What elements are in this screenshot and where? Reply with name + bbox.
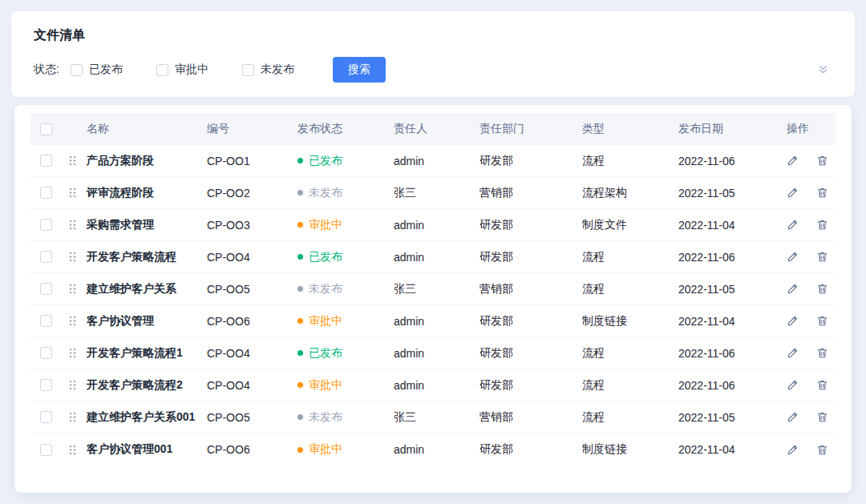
row-department: 研发部 xyxy=(476,154,579,168)
drag-handle-icon[interactable] xyxy=(69,220,76,230)
select-all-checkbox[interactable] xyxy=(40,123,52,135)
row-name: 开发客户策略流程1 xyxy=(83,346,204,361)
col-header-status: 发布状态 xyxy=(294,122,391,136)
row-code: CP-OO5 xyxy=(204,411,294,424)
delete-icon[interactable] xyxy=(816,411,828,423)
filter-option-published[interactable]: 已发布 xyxy=(71,62,123,77)
drag-handle-icon[interactable] xyxy=(69,412,76,422)
filter-option-approving[interactable]: 审批中 xyxy=(156,62,208,77)
row-owner: 张三 xyxy=(391,282,476,296)
delete-icon[interactable] xyxy=(816,187,828,199)
delete-icon[interactable] xyxy=(816,155,828,167)
double-chevron-down-icon[interactable] xyxy=(814,61,832,79)
delete-icon[interactable] xyxy=(816,219,828,231)
row-department: 研发部 xyxy=(476,250,579,264)
row-type: 流程架构 xyxy=(579,186,675,200)
table-row: 开发客户策略流程2 CP-OO4 审批中 admin 研发部 流程 2022-1… xyxy=(30,369,836,401)
drag-handle-icon[interactable] xyxy=(69,155,76,166)
drag-handle-icon[interactable] xyxy=(69,348,76,358)
delete-icon[interactable] xyxy=(816,315,828,327)
filter-row: 状态: 已发布 审批中 未发布 搜索 xyxy=(34,57,832,83)
status-badge: 已发布 xyxy=(294,154,391,168)
edit-icon[interactable] xyxy=(787,155,799,167)
row-name: 评审流程阶段 xyxy=(83,186,204,200)
row-checkbox[interactable] xyxy=(40,251,52,263)
delete-icon[interactable] xyxy=(816,379,828,391)
row-date: 2022-11-05 xyxy=(675,283,783,296)
row-owner: admin xyxy=(391,379,476,392)
col-header-department: 责任部门 xyxy=(476,122,579,136)
drag-handle-icon[interactable] xyxy=(69,252,76,262)
edit-icon[interactable] xyxy=(787,347,799,359)
filter-option-unpublished[interactable]: 未发布 xyxy=(242,62,294,77)
row-checkbox[interactable] xyxy=(40,155,52,167)
row-checkbox[interactable] xyxy=(40,347,52,359)
page: 文件清单 状态: 已发布 审批中 未发布 搜索 xyxy=(0,0,866,504)
status-badge: 审批中 xyxy=(294,218,391,232)
row-date: 2022-11-04 xyxy=(675,315,783,328)
delete-icon[interactable] xyxy=(816,347,828,359)
drag-handle-icon[interactable] xyxy=(69,284,76,294)
row-checkbox[interactable] xyxy=(40,219,52,231)
col-header-type: 类型 xyxy=(579,122,675,136)
search-button[interactable]: 搜索 xyxy=(333,57,386,83)
table-row: 采购需求管理 CP-OO3 审批中 admin 研发部 制度文件 2022-11… xyxy=(30,209,836,241)
row-name: 开发客户策略流程2 xyxy=(83,378,204,393)
table-row: 开发客户策略流程1 CP-OO4 已发布 admin 研发部 流程 2022-1… xyxy=(30,337,836,369)
page-title: 文件清单 xyxy=(34,27,832,44)
checkbox-published[interactable] xyxy=(71,64,83,76)
status-badge: 已发布 xyxy=(294,346,391,361)
status-dot-icon xyxy=(297,222,303,228)
row-department: 营销部 xyxy=(476,410,579,425)
col-header-name: 名称 xyxy=(83,122,204,136)
row-name: 客户协议管理 xyxy=(83,314,204,329)
drag-handle-icon[interactable] xyxy=(69,316,76,326)
edit-icon[interactable] xyxy=(787,187,799,199)
row-checkbox[interactable] xyxy=(40,283,52,295)
status-badge: 已发布 xyxy=(294,250,391,264)
drag-handle-icon[interactable] xyxy=(69,187,76,198)
checkbox-unpublished[interactable] xyxy=(242,64,254,76)
table-header-row: 名称 编号 发布状态 责任人 责任部门 类型 发布日期 操作 xyxy=(30,113,836,145)
edit-icon[interactable] xyxy=(787,411,799,423)
row-checkbox[interactable] xyxy=(40,411,52,423)
row-department: 研发部 xyxy=(476,378,579,393)
edit-icon[interactable] xyxy=(787,444,799,456)
row-checkbox[interactable] xyxy=(40,379,52,391)
row-code: CP-OO6 xyxy=(204,315,294,328)
row-code: CP-OO4 xyxy=(204,251,294,264)
status-label: 已发布 xyxy=(309,250,342,264)
edit-icon[interactable] xyxy=(787,379,799,391)
table-row: 客户协议管理001 CP-OO6 审批中 admin 研发部 制度链接 2022… xyxy=(30,433,836,466)
delete-icon[interactable] xyxy=(816,283,828,295)
status-label: 审批中 xyxy=(309,314,342,329)
table-body: 产品方案阶段 CP-OO1 已发布 admin 研发部 流程 2022-11-0… xyxy=(30,145,836,466)
row-department: 营销部 xyxy=(476,282,579,296)
status-label: 已发布 xyxy=(309,154,342,168)
delete-icon[interactable] xyxy=(816,251,828,263)
delete-icon[interactable] xyxy=(816,444,828,456)
row-name: 建立维护客户关系 xyxy=(83,282,204,296)
edit-icon[interactable] xyxy=(787,219,799,231)
edit-icon[interactable] xyxy=(787,315,799,327)
row-code: CP-OO6 xyxy=(204,443,294,456)
row-type: 制度文件 xyxy=(579,218,675,232)
table-row: 建立维护客户关系 CP-OO5 未发布 张三 营销部 流程 2022-11-05 xyxy=(30,273,836,305)
row-checkbox[interactable] xyxy=(40,444,52,456)
row-type: 流程 xyxy=(579,154,675,168)
row-name: 产品方案阶段 xyxy=(83,154,204,168)
edit-icon[interactable] xyxy=(787,283,799,295)
row-date: 2022-11-06 xyxy=(675,155,783,167)
row-department: 研发部 xyxy=(476,442,579,457)
row-name: 开发客户策略流程 xyxy=(83,250,204,264)
edit-icon[interactable] xyxy=(787,251,799,263)
drag-handle-icon[interactable] xyxy=(69,380,76,390)
drag-handle-icon[interactable] xyxy=(69,445,76,455)
row-type: 流程 xyxy=(579,410,675,425)
status-label: 已发布 xyxy=(309,346,342,361)
row-owner: admin xyxy=(391,155,476,167)
status-label: 审批中 xyxy=(309,378,342,393)
row-checkbox[interactable] xyxy=(40,315,52,327)
checkbox-approving[interactable] xyxy=(156,64,168,76)
row-checkbox[interactable] xyxy=(40,187,52,199)
